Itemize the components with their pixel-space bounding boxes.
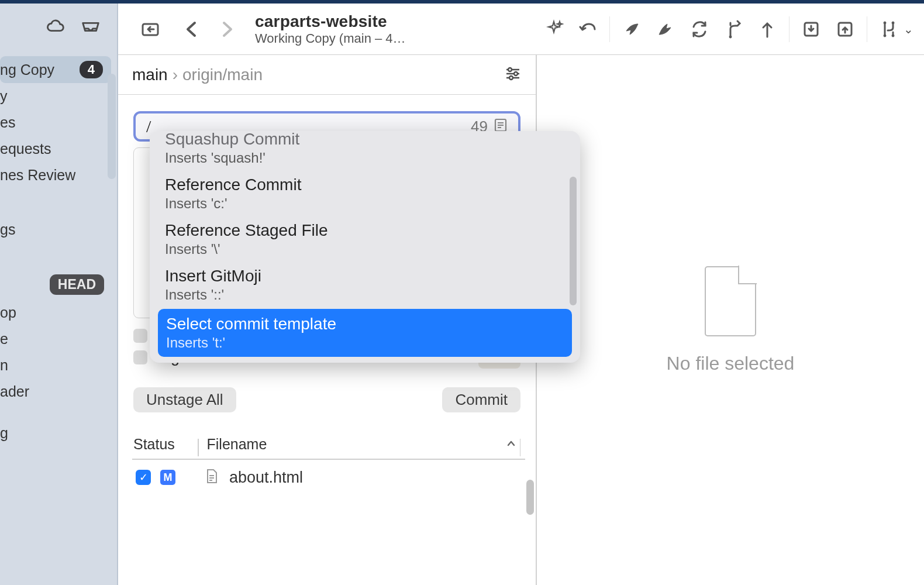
undo-icon[interactable] [572, 14, 604, 44]
sync-icon[interactable] [684, 14, 715, 44]
breadcrumb-remote[interactable]: origin/main [182, 66, 263, 84]
filter-icon[interactable] [504, 65, 522, 85]
nav-forward-button[interactable] [211, 14, 242, 44]
file-status-badge: M [160, 470, 175, 485]
sidebar-item[interactable]: n [0, 352, 117, 378]
unstage-all-button[interactable]: Unstage All [133, 387, 236, 412]
col-filename[interactable]: Filename [207, 436, 506, 459]
sidebar-item[interactable]: y [0, 83, 117, 109]
diff-panel: No file selected [537, 55, 924, 585]
file-table-header: Status Filename [133, 436, 520, 459]
push-icon[interactable] [650, 14, 681, 44]
inbox-icon[interactable] [78, 16, 103, 36]
gitflow-icon[interactable] [873, 14, 905, 44]
nav-back-button[interactable] [177, 14, 208, 44]
svg-point-5 [892, 22, 894, 24]
file-list-scrollbar[interactable] [526, 480, 534, 515]
col-status[interactable]: Status [133, 436, 198, 459]
sidebar-item[interactable]: g [0, 420, 117, 446]
chevron-right-icon: › [173, 66, 178, 84]
sidebar-item[interactable]: op [0, 300, 117, 326]
ai-sparkle-icon[interactable] [538, 14, 570, 44]
sidebar-item[interactable]: equests [0, 136, 117, 162]
popup-item[interactable]: Reference Staged File Inserts '\' [154, 218, 575, 263]
popup-item[interactable]: Insert GitMoji Inserts '::' [154, 263, 575, 309]
empty-label: No file selected [667, 353, 795, 374]
repo-subtitle: Working Copy (main – 4 Ch… [255, 31, 407, 46]
svg-point-4 [884, 22, 886, 24]
rebase-icon[interactable] [718, 14, 749, 44]
merge-up-icon[interactable] [751, 14, 783, 44]
breadcrumb-local[interactable]: main [132, 66, 168, 84]
popup-item[interactable]: Squashup Commit Inserts 'squash!' [154, 131, 575, 172]
sidebar-item-working-copy[interactable]: ng Copy 4 [0, 56, 111, 83]
svg-point-10 [509, 76, 513, 80]
sidebar: ng Copy 4 y es equests nes Review gs HEA… [0, 4, 118, 585]
svg-point-8 [508, 68, 512, 71]
file-stage-checkbox[interactable]: ✓ [136, 470, 151, 485]
chevron-down-icon[interactable]: ⌄ [904, 22, 913, 36]
popup-scrollbar[interactable] [570, 177, 577, 305]
sidebar-badge: 4 [80, 61, 103, 78]
sidebar-scrollbar[interactable] [108, 74, 116, 179]
stash-apply-icon[interactable] [829, 14, 861, 44]
sidebar-item[interactable]: es [0, 109, 117, 136]
file-icon [205, 468, 219, 487]
slash-command-popup: Squashup Commit Inserts 'squash!' Refere… [150, 131, 580, 363]
cloud-icon[interactable] [43, 16, 68, 36]
head-badge: HEAD [50, 274, 104, 295]
quickopen-button[interactable] [135, 14, 166, 44]
repo-title: carparts-website [255, 12, 407, 31]
fetch-icon[interactable] [616, 14, 647, 44]
commit-subject-text: / [146, 116, 151, 136]
popup-item-selected[interactable]: Select commit template Inserts 't:' [158, 309, 572, 357]
sidebar-item[interactable]: e [0, 326, 117, 352]
popup-item[interactable]: Reference Commit Inserts 'c:' [154, 172, 575, 218]
sidebar-item-label: ng Copy [0, 61, 54, 78]
svg-point-1 [729, 36, 732, 38]
file-name: about.html [229, 469, 303, 487]
svg-point-6 [884, 35, 886, 37]
empty-file-icon [705, 266, 756, 336]
file-row[interactable]: ✓ M about.html [132, 459, 525, 495]
sort-icon[interactable] [506, 436, 520, 459]
stash-save-icon[interactable] [795, 14, 827, 44]
svg-point-9 [514, 72, 518, 75]
sidebar-item[interactable]: nes Review [0, 162, 117, 188]
sidebar-item[interactable]: ader [0, 378, 117, 405]
svg-point-7 [892, 35, 894, 37]
commit-button[interactable]: Commit [442, 387, 520, 412]
sidebar-item[interactable]: gs [0, 216, 117, 243]
toolbar: carparts-website Working Copy (main – 4 … [118, 4, 924, 55]
